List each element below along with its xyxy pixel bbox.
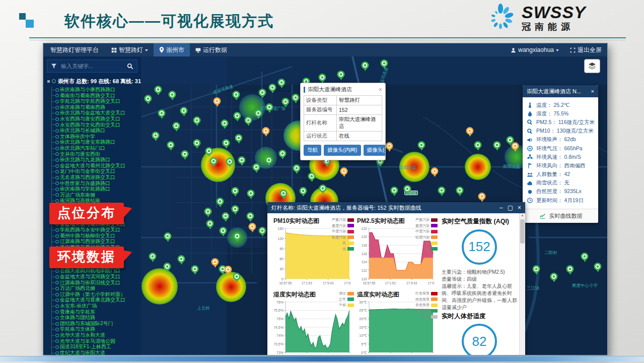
map-pin-online[interactable] xyxy=(210,157,218,168)
restore-icon[interactable]: ▢ xyxy=(508,204,513,211)
map-pin-online[interactable] xyxy=(438,187,446,197)
map-pin-online[interactable] xyxy=(253,163,260,174)
map-pin-online[interactable] xyxy=(418,141,425,152)
map-pin-warning[interactable] xyxy=(262,127,270,138)
map-pin-warning[interactable] xyxy=(225,266,232,276)
sidebar-tree-item[interactable]: 永安东-崇庆广场 xyxy=(51,303,141,309)
map-pin-online[interactable] xyxy=(217,198,224,208)
collapse-icon[interactable] xyxy=(47,80,50,83)
map-pin-online[interactable] xyxy=(223,139,230,150)
sidebar-tree-item[interactable]: 中胜世家与兴盛路路口 xyxy=(51,180,141,187)
map-pin-online[interactable] xyxy=(164,263,171,273)
map-pin-online[interactable] xyxy=(337,71,345,81)
map-pin-online[interactable] xyxy=(234,232,241,243)
map-pin-online[interactable] xyxy=(550,273,558,283)
navigate-button[interactable]: 导航 xyxy=(304,145,321,156)
map-pin-warning[interactable] xyxy=(211,258,219,269)
map-pin-online[interactable] xyxy=(493,141,501,152)
map-pin-online[interactable] xyxy=(221,119,229,130)
map-pin-online[interactable] xyxy=(255,109,262,120)
sidebar-tree-item[interactable]: 崇庆北路与长城路口 xyxy=(51,128,141,134)
sidebar-tree-item[interactable]: 世纪大道与崇阳大道 xyxy=(51,350,141,355)
map-pin-online[interactable] xyxy=(247,212,254,223)
map-pin-warning[interactable] xyxy=(340,167,348,178)
map-pin-online[interactable] xyxy=(456,187,464,197)
map-pin-online[interactable] xyxy=(269,84,276,94)
sidebar-tree-item[interactable]: 公园大道四川机电学院门口 xyxy=(51,268,141,274)
map-pin-online[interactable] xyxy=(233,273,241,283)
map-pin-online[interactable] xyxy=(205,147,213,158)
map-pin-online[interactable] xyxy=(308,172,316,183)
map-pin-online[interactable] xyxy=(204,208,212,218)
sidebar-tree-item[interactable]: 龙门中街与金带街交叉口 xyxy=(51,168,141,174)
map-pin-online[interactable] xyxy=(235,134,243,145)
search-icon[interactable] xyxy=(127,63,133,70)
sidebar-tree-item[interactable]: 崇庆北路与唐安东路路口 xyxy=(51,139,141,145)
map-pin-online[interactable] xyxy=(319,185,327,195)
map-pin-online[interactable] xyxy=(279,150,287,160)
sidebar-tree-item[interactable]: 崇庆北路汽车站门口 xyxy=(51,145,141,151)
scrollbar-thumb[interactable] xyxy=(520,219,525,244)
map-pin-online[interactable] xyxy=(226,158,234,168)
sidebar-tree-item[interactable]: 金盆地大道与蜀州北路交叉口 xyxy=(51,163,141,169)
map-pin-online[interactable] xyxy=(145,95,152,105)
sidebar-tree-item[interactable]: 学苑北路与学苑西路交叉口 xyxy=(51,98,141,104)
close-icon[interactable]: × xyxy=(518,204,521,211)
sidebar-tree-item[interactable]: 光华大道与羊马湿地公园 xyxy=(51,338,141,344)
sidebar-tree-item[interactable]: 万达广场东南侧 xyxy=(51,192,141,198)
map-pin-online[interactable] xyxy=(259,227,266,237)
sidebar-tree-item[interactable]: 江源南路与西游路交叉口 xyxy=(51,238,141,245)
map-pin-online[interactable] xyxy=(180,107,188,117)
sidebar-tree-item[interactable]: 崇庆北路与金盆地大道交叉口 xyxy=(51,110,141,116)
map-pin-online[interactable] xyxy=(292,94,300,104)
map-pin-online[interactable] xyxy=(266,103,273,114)
map-pin-online[interactable] xyxy=(259,89,266,99)
map-layer-button[interactable] xyxy=(584,59,600,73)
map-pin-online[interactable] xyxy=(167,141,175,152)
sidebar-tree-item[interactable]: 文体路崇庆中学 xyxy=(51,134,141,140)
map-pin-online[interactable] xyxy=(155,86,162,96)
map-pin-online[interactable] xyxy=(278,79,285,89)
map-pin-warning[interactable] xyxy=(213,97,221,108)
map-pin-online[interactable] xyxy=(232,187,239,198)
map-pin-online[interactable] xyxy=(206,220,214,230)
map-pin-online[interactable] xyxy=(152,132,160,142)
nav-item-运行数据[interactable]: 运行数据 xyxy=(190,43,233,56)
map-pin-online[interactable] xyxy=(149,253,157,263)
map-pin-online[interactable] xyxy=(381,59,388,70)
close-icon[interactable]: × xyxy=(591,88,594,94)
map-pin-online[interactable] xyxy=(234,112,241,123)
sidebar-tree-item[interactable]: 永安西路与文化西街交叉口 xyxy=(51,122,141,128)
sidebar-tree-item[interactable]: 崇庆南路与学苑路路口 xyxy=(51,186,141,192)
map-pin-online[interactable] xyxy=(594,263,602,273)
sidebar-tree-item[interactable]: 蜀南街与蜀南西路交叉口 xyxy=(51,93,141,99)
nav-item-smart-lamp[interactable]: 智慧路灯 xyxy=(106,43,154,56)
sidebar-tree-item[interactable]: 团结路与东城国际2号门 xyxy=(51,321,141,327)
sidebar-tree-item[interactable]: 江源中路（第七小学斜对面） xyxy=(51,291,141,297)
map-pin-online[interactable] xyxy=(245,116,252,127)
map-canvas[interactable]: 成温邛高速成温邛高速安乐保湿广场崇阳大道崇阳大道江源中路三江镇红桥村打铁村二郎村… xyxy=(141,56,607,355)
sidebar-tree-item[interactable]: 金盆地大道与晋康北路交叉口 xyxy=(51,297,141,303)
map-pin-online[interactable] xyxy=(191,265,199,276)
map-pin-online[interactable] xyxy=(220,227,227,237)
sidebar-tree-item[interactable]: 学苑南与文体路 xyxy=(51,326,141,332)
exit-fullscreen-button[interactable]: 退出全屏 xyxy=(564,43,607,56)
map-pin-online[interactable] xyxy=(173,122,180,133)
map-pin-online[interactable] xyxy=(293,164,301,175)
map-pin-online[interactable] xyxy=(282,98,290,108)
map-pin-online[interactable] xyxy=(158,109,166,120)
realtime-curve-button[interactable]: 实时曲线数据 xyxy=(523,209,598,223)
map-pin-warning[interactable] xyxy=(512,142,519,153)
sidebar-tree-item[interactable]: 无名道路与西游路交叉口 xyxy=(51,174,141,180)
sidebar-tree-item[interactable]: 永安西路与唐安西路交叉口 xyxy=(51,116,141,122)
map-pin-online[interactable] xyxy=(300,187,307,198)
tree-root[interactable]: 崇州市 总数: 99 在线: 68 离线: 31 xyxy=(43,75,141,87)
map-pin-warning[interactable] xyxy=(386,142,393,153)
panel-scrollbar[interactable]: ▲▼ xyxy=(519,213,525,355)
map-pin-online[interactable] xyxy=(178,255,185,266)
map-pin-online[interactable] xyxy=(164,232,172,243)
sidebar-tree-item[interactable]: 崇庆南路与小康西路路口 xyxy=(51,87,141,93)
sidebar-tree-item[interactable]: 国道318至F1-上林西工 xyxy=(51,344,141,350)
nav-item-city[interactable]: 崇州市 xyxy=(154,43,190,56)
map-pin-online[interactable] xyxy=(391,187,398,197)
